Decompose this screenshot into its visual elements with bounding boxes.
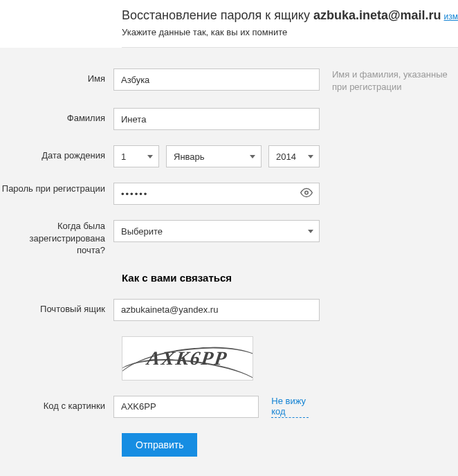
hint-name: Имя и фамилия, указанные при регистрации <box>332 68 450 93</box>
dob-month-value: Январь <box>174 152 205 162</box>
row-name: Имя Имя и фамилия, указанные при регистр… <box>0 68 458 93</box>
captcha-image-wrap: AXK6PP <box>122 336 458 381</box>
captcha-text: AXK6PP <box>146 347 230 369</box>
no-code-link[interactable]: Не вижу код <box>271 396 308 418</box>
change-link[interactable]: изм <box>444 12 458 21</box>
label-when-registered: Когда была зарегистрирована почта? <box>0 220 113 257</box>
when-registered-select[interactable]: Выберите <box>113 220 320 242</box>
chevron-down-icon <box>250 155 255 158</box>
row-password: Пароль при регистрации <box>0 183 458 205</box>
dob-day-value: 1 <box>121 152 126 162</box>
row-captcha: Код с картинки Не вижу код <box>0 396 458 418</box>
page-subtitle: Укажите данные так, как вы их помните <box>122 27 458 37</box>
password-input[interactable] <box>113 183 320 205</box>
mailbox-input[interactable] <box>113 299 320 321</box>
surname-input[interactable] <box>113 108 320 130</box>
label-mailbox: Почтовый ящик <box>0 299 113 314</box>
page-title: Восстановление пароля к ящику azbuka.ine… <box>122 8 458 23</box>
dob-year-value: 2014 <box>276 152 296 162</box>
submit-button[interactable]: Отправить <box>122 433 197 457</box>
svg-point-0 <box>305 191 309 194</box>
chevron-down-icon <box>147 155 153 158</box>
title-email: azbuka.ineta@mail.ru <box>313 8 441 22</box>
row-when-registered: Когда была зарегистрирована почта? Выбер… <box>0 220 458 257</box>
section-contact-title: Как с вами связаться <box>122 272 458 284</box>
captcha-input[interactable] <box>113 396 259 418</box>
chevron-down-icon <box>308 230 313 233</box>
form-area: Имя Имя и фамилия, указанные при регистр… <box>0 48 458 476</box>
page-header: Восстановление пароля к ящику azbuka.ine… <box>122 0 458 48</box>
title-prefix: Восстановление пароля к ящику <box>122 8 313 22</box>
dob-year-select[interactable]: 2014 <box>268 145 320 167</box>
captcha-image: AXK6PP <box>122 336 253 381</box>
label-password: Пароль при регистрации <box>0 183 113 195</box>
row-mailbox: Почтовый ящик <box>0 299 458 321</box>
label-surname: Фамилия <box>0 108 113 123</box>
row-dob: Дата рождения 1 Январь 2014 <box>0 145 458 167</box>
dob-day-select[interactable]: 1 <box>113 145 159 167</box>
label-captcha: Код с картинки <box>0 396 113 411</box>
row-surname: Фамилия <box>0 108 458 130</box>
label-dob: Дата рождения <box>0 145 113 161</box>
eye-icon[interactable] <box>300 187 313 201</box>
label-name: Имя <box>0 68 113 84</box>
name-input[interactable] <box>113 68 320 91</box>
chevron-down-icon <box>308 155 313 158</box>
when-registered-value: Выберите <box>121 226 163 237</box>
dob-month-select[interactable]: Январь <box>166 145 262 167</box>
